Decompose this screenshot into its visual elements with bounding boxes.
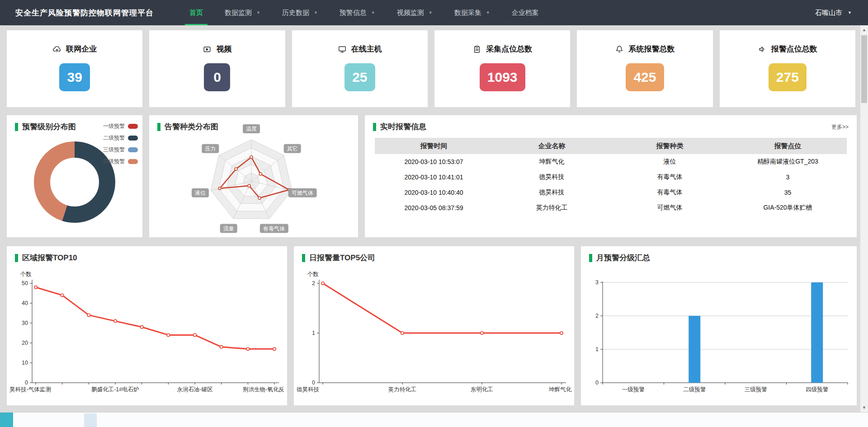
bell-icon (615, 45, 624, 54)
legend-item-level2[interactable]: 二级预警 (103, 134, 138, 142)
realtime-alarm-card: 实时报警信息 更多>> 报警时间 企业名称 报警种类 报警点位 2020-03-… (365, 115, 857, 237)
table-row[interactable]: 2020-03-10 10:41:01德昊科技有毒气体3 (375, 169, 847, 185)
daily-alarm-top5-chart: 012个数德昊科技英力特化工东明化工坤辉气化 (294, 267, 574, 403)
nav-item-data-collect[interactable]: 数据采集▼ (443, 0, 501, 25)
legend-swatch (128, 159, 138, 164)
svg-text:温度: 温度 (246, 126, 257, 132)
svg-text:2: 2 (312, 280, 315, 286)
legend-item-level4[interactable]: 四级预警 (103, 158, 138, 165)
svg-text:0: 0 (312, 380, 315, 386)
svg-text:可燃气体: 可燃气体 (292, 190, 313, 196)
donut-legend: 一级预警 二级预警 三级预警 四级预警 (103, 122, 138, 165)
scroll-up-icon[interactable]: ▲ (860, 26, 868, 33)
stat-value-badge: 0 (204, 63, 230, 91)
title-bullet (15, 123, 18, 131)
card-title: 告警种类分布图 (157, 122, 218, 132)
nav-item-enterprise-archive[interactable]: 企业档案 (501, 0, 550, 25)
stat-label: 视频 (216, 44, 231, 54)
alarm-type-card: 告警种类分布图 温度其它可燃气体有毒气体流量液位压力 (149, 115, 358, 237)
legend-item-level1[interactable]: 一级预警 (103, 122, 138, 130)
chevron-down-icon: ▼ (256, 10, 260, 15)
table-header-row: 报警时间 企业名称 报警种类 报警点位 (375, 138, 847, 154)
taskbar-highlight-block (84, 413, 97, 427)
stat-cards-row: 联网企业 39 视频 0 在线主机 25 采集点位总数 1093 系统报警总数 … (7, 30, 855, 107)
table-row[interactable]: 2020-03-10 10:53:07坤辉气化液位精醇南罐液位GT_203 (375, 154, 847, 169)
card-title: 区域报警TOP10 (15, 253, 77, 263)
svg-text:1: 1 (595, 346, 599, 352)
svg-text:一级预警: 一级预警 (622, 386, 645, 393)
svg-text:0: 0 (595, 380, 599, 386)
scroll-down-icon[interactable]: ▼ (860, 404, 868, 411)
stat-value-badge: 1093 (480, 63, 525, 91)
stat-label: 联网企业 (66, 44, 97, 54)
card-title: 月预警分级汇总 (589, 253, 650, 263)
alarm-type-radar-chart: 温度其它可燃气体有毒气体流量液位压力 (149, 115, 358, 237)
stat-value-badge: 275 (769, 63, 807, 91)
stat-label: 系统报警总数 (628, 44, 675, 54)
card-title: 实时报警信息 (373, 122, 426, 132)
svg-text:40: 40 (22, 300, 28, 306)
card-title: 预警级别分布图 (15, 122, 76, 132)
table-row[interactable]: 2020-03-10 10:40:40德昊科技有毒气体35 (375, 185, 847, 200)
stat-value-badge: 425 (626, 63, 664, 91)
chevron-down-icon: ▼ (848, 10, 852, 15)
stat-card-online-enterprises: 联网企业 39 (7, 30, 142, 107)
main-nav: 首页 数据监测▼ 历史数据▼ 预警信息▼ 视频监测▼ 数据采集▼ 企业档案 (179, 0, 550, 25)
title-bullet (157, 123, 160, 131)
title-bullet (302, 254, 305, 262)
svg-text:50: 50 (22, 280, 28, 286)
nav-item-data-monitor[interactable]: 数据监测▼ (214, 0, 271, 25)
svg-text:液位: 液位 (194, 190, 206, 196)
card-title: 日报警量TOP5公司 (302, 253, 375, 263)
scrollbar-thumb[interactable] (861, 35, 867, 103)
svg-text:坤辉气化: 坤辉气化 (548, 386, 572, 393)
region-label: 石嘴山市 (815, 9, 842, 17)
table-row[interactable]: 2020-03-05 08:37:59英力特化工可燃气体GIA-520单体贮槽 (375, 200, 847, 216)
speaker-icon (758, 45, 767, 54)
monthly-warning-bar-chart: 0123一级预警二级预警三级预警四级预警 (581, 267, 857, 403)
video-icon (203, 45, 212, 54)
stat-card-collect-points: 采集点位总数 1093 (434, 30, 570, 107)
title-bullet (373, 123, 376, 131)
svg-text:昊科技-气体监测: 昊科技-气体监测 (9, 386, 51, 393)
title-bullet (15, 254, 18, 262)
legend-swatch (128, 136, 138, 141)
stat-value-badge: 39 (59, 63, 90, 91)
legend-item-level3[interactable]: 三级预警 (103, 146, 138, 154)
alarm-table: 报警时间 企业名称 报警种类 报警点位 2020-03-10 10:53:07坤… (375, 138, 847, 216)
warning-level-card: 预警级别分布图 一级预警 二级预警 三级预警 四级预警 (7, 115, 142, 237)
region-selector[interactable]: 石嘴山市 ▼ (815, 9, 852, 17)
region-alarm-top10-card: 区域报警TOP10 01020304050个数昊科技-气体监测鹏盛化工-1#电石… (7, 246, 287, 405)
svg-text:个数: 个数 (307, 271, 319, 277)
legend-swatch (128, 147, 138, 152)
nav-item-video-monitor[interactable]: 视频监测▼ (386, 0, 443, 25)
svg-text:压力: 压力 (205, 145, 216, 152)
nav-item-history-data[interactable]: 历史数据▼ (271, 0, 329, 25)
svg-text:永润石油-罐区: 永润石油-罐区 (177, 386, 213, 393)
stat-label: 报警点位总数 (771, 44, 817, 54)
svg-text:流量: 流量 (223, 225, 234, 232)
region-alarm-top10-chart: 01020304050个数昊科技-气体监测鹏盛化工-1#电石炉永润石油-罐区荆洪… (7, 267, 287, 403)
stat-card-online-hosts: 在线主机 25 (292, 30, 428, 107)
cloud-upload-icon (52, 45, 61, 54)
svg-text:2: 2 (595, 313, 599, 319)
taskbar-strip (0, 412, 868, 427)
svg-text:东明化工: 东明化工 (471, 386, 493, 393)
svg-text:0: 0 (25, 380, 28, 386)
svg-text:二级预警: 二级预警 (683, 386, 706, 393)
svg-text:德昊科技: 德昊科技 (297, 386, 320, 393)
nav-item-warning-info[interactable]: 预警信息▼ (329, 0, 386, 25)
svg-text:三级预警: 三级预警 (745, 386, 768, 393)
top-navbar: 安全生产风险预警防控物联网管理平台 首页 数据监测▼ 历史数据▼ 预警信息▼ 视… (0, 0, 868, 25)
chevron-down-icon: ▼ (486, 10, 490, 15)
monitor-icon (338, 45, 347, 54)
more-link[interactable]: 更多>> (831, 123, 849, 131)
nav-item-home[interactable]: 首页 (179, 0, 214, 25)
stat-value-badge: 25 (344, 63, 375, 91)
svg-text:个数: 个数 (20, 271, 32, 277)
page-scrollbar[interactable]: ▲ ▼ (860, 25, 868, 412)
svg-text:3: 3 (595, 279, 599, 286)
svg-text:四级预警: 四级预警 (806, 386, 829, 393)
svg-text:30: 30 (22, 320, 28, 326)
chevron-down-icon: ▼ (314, 10, 318, 15)
